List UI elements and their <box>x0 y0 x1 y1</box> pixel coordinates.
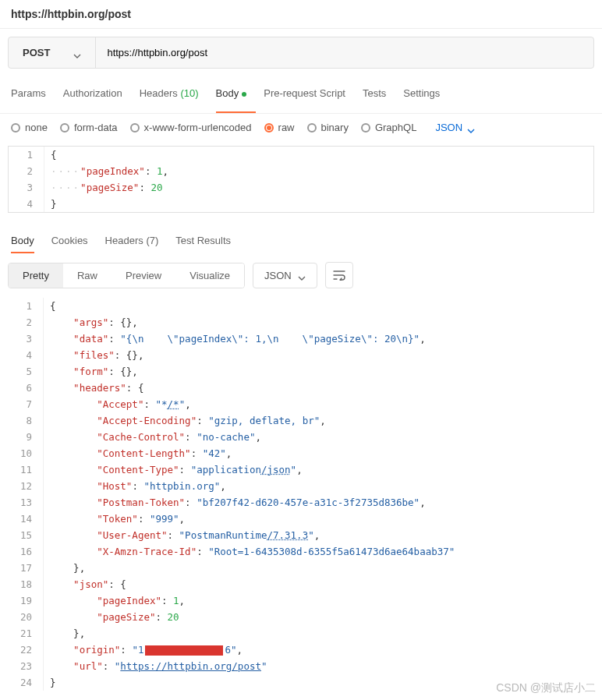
resp-tab-headers[interactable]: Headers (7) <box>105 232 159 253</box>
response-format-select[interactable]: JSON <box>253 263 317 288</box>
radio-formdata[interactable]: form-data <box>60 122 118 133</box>
radio-urlencoded[interactable]: x-www-form-urlencoded <box>130 122 252 133</box>
view-visualize[interactable]: Visualize <box>175 263 244 288</box>
request-url-header: https://httpbin.org/post <box>0 0 602 29</box>
view-pretty[interactable]: Pretty <box>9 263 63 288</box>
url-input[interactable] <box>96 37 593 68</box>
radio-icon <box>130 123 140 133</box>
view-preview[interactable]: Preview <box>112 263 175 288</box>
resp-tab-body[interactable]: Body <box>11 232 34 253</box>
tab-tests[interactable]: Tests <box>363 84 386 105</box>
wrap-lines-button[interactable] <box>325 262 353 288</box>
radio-icon <box>307 123 317 133</box>
request-tabs: Params Authorization Headers (10) Body P… <box>0 76 602 114</box>
body-type-options: none form-data x-www-form-urlencoded raw… <box>0 114 602 141</box>
tab-settings[interactable]: Settings <box>403 84 440 105</box>
watermark: CSDN @测试店小二 <box>496 681 596 691</box>
tab-body[interactable]: Body <box>216 84 247 105</box>
tab-authorization[interactable]: Authorization <box>63 84 122 105</box>
response-toolbar: Pretty Raw Preview Visualize JSON <box>0 253 602 298</box>
view-mode-tabs: Pretty Raw Preview Visualize <box>8 263 245 288</box>
chevron-down-icon <box>467 124 475 132</box>
radio-graphql[interactable]: GraphQL <box>361 122 416 133</box>
modified-dot-icon <box>242 92 246 97</box>
tab-headers[interactable]: Headers (10) <box>140 84 199 105</box>
tab-prerequest[interactable]: Pre-request Script <box>264 84 345 105</box>
resp-tab-cookies[interactable]: Cookies <box>51 232 88 253</box>
radio-icon <box>60 123 69 133</box>
tab-params[interactable]: Params <box>11 84 46 105</box>
view-raw[interactable]: Raw <box>63 263 112 288</box>
request-body-editor[interactable]: 1{ 2····"pageIndex": 1, 3····"pageSize":… <box>8 146 594 213</box>
radio-raw[interactable]: raw <box>264 122 295 133</box>
redacted-block <box>145 645 223 656</box>
radio-binary[interactable]: binary <box>307 122 349 133</box>
method-select[interactable]: POST <box>9 37 96 68</box>
response-body-editor[interactable]: 1{ 2 "args": {}, 3 "data": "{\n \"pageIn… <box>8 298 594 691</box>
method-label: POST <box>23 47 50 58</box>
chevron-down-icon <box>298 271 306 279</box>
wrap-icon <box>332 270 346 281</box>
radio-icon <box>361 123 370 133</box>
radio-icon <box>11 123 20 133</box>
resp-tab-tests[interactable]: Test Results <box>175 232 231 253</box>
raw-format-select[interactable]: JSON <box>435 122 475 133</box>
radio-none[interactable]: none <box>11 122 48 133</box>
chevron-down-icon <box>73 49 81 57</box>
response-tabs: Body Cookies Headers (7) Test Results <box>0 224 602 253</box>
radio-icon <box>264 123 274 133</box>
request-row: POST <box>8 37 594 69</box>
